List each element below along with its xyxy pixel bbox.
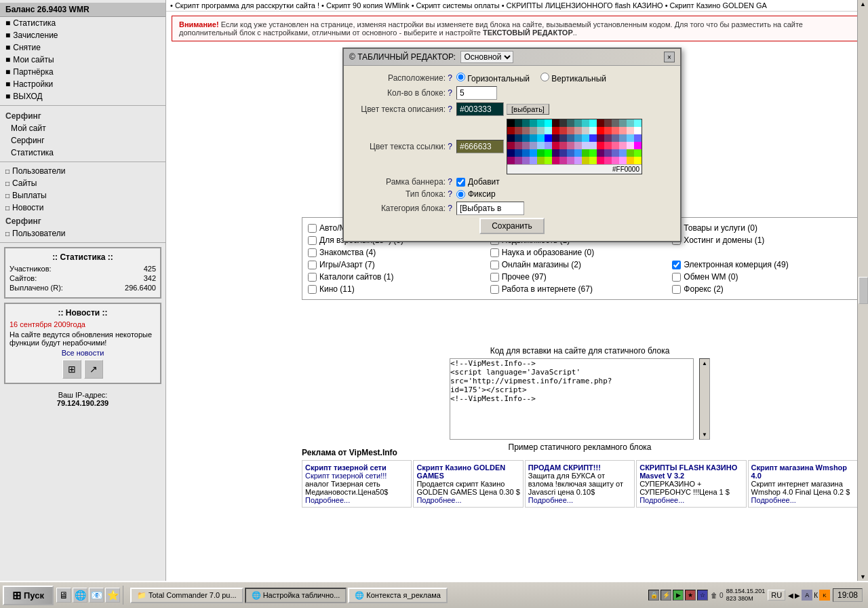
ql-icon-1[interactable]: 🖥	[56, 588, 71, 603]
color-cell[interactable]	[619, 142, 627, 149]
taskbar-btn-kontekst[interactable]: 🌐 Контекста я_реклама	[348, 588, 448, 603]
desc-color-input[interactable]	[456, 102, 504, 116]
color-cell[interactable]	[552, 157, 559, 164]
color-cell[interactable]	[574, 119, 582, 127]
color-cell[interactable]	[589, 119, 597, 127]
start-button[interactable]: ⊞ Пуск	[3, 586, 54, 605]
color-cell[interactable]	[567, 149, 574, 157]
color-cell[interactable]	[537, 157, 545, 164]
color-cell[interactable]	[574, 134, 582, 142]
color-cell[interactable]	[604, 149, 612, 157]
color-cell[interactable]	[515, 119, 522, 127]
sidebar-item-deposit[interactable]: ■Зачисление	[0, 29, 165, 41]
code-textarea[interactable]: <!--VipMest.Info--> <script language='Ja…	[450, 358, 694, 440]
color-cell[interactable]	[545, 134, 552, 142]
horizontal-radio-label[interactable]: Горизонтальный	[456, 73, 530, 83]
sidebar-item-surf-stats[interactable]: Статистика	[0, 147, 165, 159]
sidebar-item-withdraw[interactable]: ■Снятие	[0, 41, 165, 54]
link-color-input[interactable]	[456, 140, 504, 153]
color-cell[interactable]	[567, 127, 574, 134]
color-cell[interactable]	[597, 127, 604, 134]
all-news-link[interactable]: Все новости	[62, 349, 104, 357]
color-cell[interactable]	[582, 149, 589, 157]
sidebar-item-admin-users[interactable]: □ Пользователи	[0, 227, 165, 240]
color-cell[interactable]	[589, 157, 597, 164]
category-input[interactable]	[456, 202, 524, 215]
color-cell[interactable]	[582, 134, 589, 142]
color-cell[interactable]	[515, 127, 522, 134]
color-cell[interactable]	[612, 149, 619, 157]
cat-dating-check[interactable]	[308, 248, 317, 257]
color-cell[interactable]	[604, 157, 612, 164]
color-cell[interactable]	[522, 119, 530, 127]
color-cell[interactable]	[522, 149, 530, 157]
color-cell[interactable]	[530, 134, 537, 142]
color-cell[interactable]	[597, 142, 604, 149]
sidebar-item-users[interactable]: □ Пользователи	[0, 165, 165, 177]
color-cell[interactable]	[559, 157, 567, 164]
ad-link-4[interactable]: Подробнее...	[751, 496, 854, 504]
color-cell[interactable]	[627, 149, 634, 157]
taskbar-btn-nastroyka[interactable]: 🌐 Настройка таблично...	[245, 588, 347, 603]
color-cell[interactable]	[597, 157, 604, 164]
color-cell[interactable]	[574, 142, 582, 149]
sidebar-item-mysites[interactable]: ■Мои сайты	[0, 54, 165, 66]
color-cell[interactable]	[619, 119, 627, 127]
color-cell[interactable]	[522, 142, 530, 149]
color-cell[interactable]	[612, 127, 619, 134]
color-cell[interactable]	[515, 157, 522, 164]
block-type-radio[interactable]	[456, 190, 465, 199]
color-cell[interactable]	[507, 127, 515, 134]
color-cell[interactable]	[567, 134, 574, 142]
color-cell[interactable]	[574, 157, 582, 164]
color-cell[interactable]	[507, 119, 515, 127]
color-cell[interactable]	[559, 127, 567, 134]
vertical-radio[interactable]	[540, 73, 549, 81]
sidebar-item-statistics[interactable]: ■Статистика	[0, 17, 165, 29]
color-cell[interactable]	[589, 142, 597, 149]
cat-cinema-check[interactable]	[308, 285, 317, 294]
sidebar-item-surfing[interactable]: Серфинг	[0, 134, 165, 147]
color-cell[interactable]	[537, 119, 545, 127]
color-cell[interactable]	[612, 142, 619, 149]
color-cell[interactable]	[619, 127, 627, 134]
color-cell[interactable]	[507, 134, 515, 142]
color-cell[interactable]	[559, 149, 567, 157]
color-cell[interactable]	[552, 119, 559, 127]
color-cell[interactable]	[582, 157, 589, 164]
cat-forex-check[interactable]	[672, 285, 681, 294]
color-cell[interactable]	[559, 119, 567, 127]
color-cell[interactable]	[515, 149, 522, 157]
ad-link-0[interactable]: Подробнее...	[305, 496, 408, 504]
cat-adult-check[interactable]	[308, 236, 317, 245]
color-cell[interactable]	[627, 127, 634, 134]
color-cell[interactable]	[545, 119, 552, 127]
save-button[interactable]: Сохранить	[479, 218, 545, 234]
color-cell[interactable]	[604, 119, 612, 127]
color-cell[interactable]	[559, 142, 567, 149]
color-cell[interactable]	[604, 127, 612, 134]
vertical-radio-label[interactable]: Вертикальный	[540, 73, 606, 83]
color-cell[interactable]	[567, 142, 574, 149]
color-cell[interactable]	[552, 149, 559, 157]
sidebar-item-settings[interactable]: ■Настройки	[0, 78, 165, 90]
color-cell[interactable]	[515, 142, 522, 149]
color-cell[interactable]	[537, 142, 545, 149]
language-button[interactable]: RU	[768, 590, 785, 601]
ad-link-2[interactable]: Подробнее...	[528, 496, 631, 504]
color-cell[interactable]	[530, 119, 537, 127]
sidebar-item-logout[interactable]: ■ВЫХОД	[0, 90, 165, 102]
ql-icon-3[interactable]: 📧	[89, 588, 104, 603]
color-cell[interactable]	[522, 127, 530, 134]
color-cell[interactable]	[604, 134, 612, 142]
cat-other-check[interactable]	[490, 273, 499, 282]
banner-frame-checkbox[interactable]	[456, 178, 465, 187]
color-cell[interactable]	[507, 142, 515, 149]
color-cell[interactable]	[634, 119, 642, 127]
cat-auto-check[interactable]	[308, 224, 317, 233]
color-cell[interactable]	[552, 134, 559, 142]
color-cell[interactable]	[589, 127, 597, 134]
color-cell[interactable]	[619, 149, 627, 157]
color-cell[interactable]	[530, 157, 537, 164]
color-cell[interactable]	[589, 134, 597, 142]
